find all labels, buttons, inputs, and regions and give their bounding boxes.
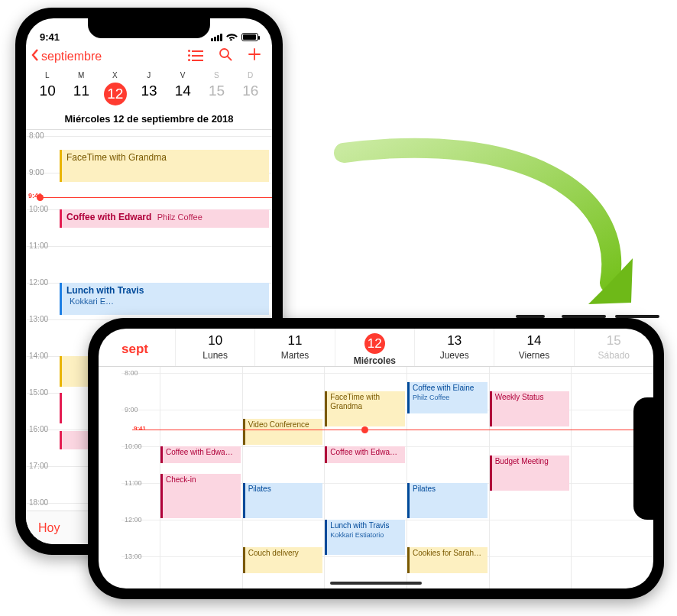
week-day-cell[interactable]: L 10: [31, 71, 64, 105]
event-title: Pilates: [413, 485, 436, 493]
calendar-event[interactable]: FaceTime with Grandma: [60, 150, 269, 182]
day-name: Jueves: [415, 350, 494, 361]
event-title: Couch delivery: [248, 549, 299, 557]
event-location: Philz Coffee: [413, 393, 484, 402]
event-title: FaceTime with Grandma: [330, 393, 380, 410]
hour-label: 11:00: [29, 242, 48, 250]
hour-label: 14:00: [29, 352, 48, 360]
svg-point-0: [220, 49, 228, 57]
week-day-cell[interactable]: X 12: [99, 71, 132, 105]
hour-label: 10:00: [29, 205, 48, 213]
event-title: Pilates: [248, 485, 271, 493]
current-time-label: 9:41: [28, 192, 42, 199]
week-day-number: 10: [31, 83, 64, 99]
calendar-event[interactable]: Lunch with Travis Kokkari E…: [60, 283, 269, 315]
week-day-cell[interactable]: D 16: [234, 71, 267, 105]
week-day-abbr: J: [132, 71, 166, 79]
hour-label: 16:00: [29, 425, 48, 433]
day-number: 14: [494, 333, 573, 349]
week-day-abbr: M: [64, 71, 98, 79]
week-day-column-header[interactable]: 15 Sábado: [574, 329, 653, 366]
calendar-event[interactable]: Coffee with Edwa…: [160, 446, 241, 463]
calendar-event[interactable]: Coffee with Edwa…: [325, 446, 405, 463]
calendar-event[interactable]: Coffee with Edward Philz Coffee: [60, 209, 269, 228]
week-day-abbr: X: [99, 71, 132, 79]
calendar-event[interactable]: Lunch with TravisKokkari Estiatorio: [325, 520, 405, 555]
week-day-column-header[interactable]: 12 Miércoles: [335, 329, 414, 366]
event-title: Check-in: [166, 475, 196, 484]
current-time-label: 9:41: [134, 425, 146, 432]
calendar-event[interactable]: Budget Meeting: [490, 456, 570, 491]
rotation-arrow-icon: [321, 138, 642, 336]
status-time: 9:41: [40, 31, 60, 43]
home-indicator[interactable]: [330, 582, 422, 585]
calendar-event[interactable]: Coffee with ElainePhilz Coffee: [407, 382, 488, 413]
day-name: Lunes: [176, 350, 254, 361]
week-day-number: 14: [166, 83, 199, 99]
phone-landscape-frame: sept 10 Lunes11 Martes12 Miércoles13 Jue…: [88, 318, 664, 599]
event-location: Kokkari E…: [70, 297, 114, 306]
week-day-number: 11: [64, 83, 98, 99]
week-day-cell[interactable]: S 15: [199, 71, 233, 105]
week-day-column-header[interactable]: 11 Martes: [254, 329, 334, 366]
day-name: Sábado: [575, 350, 653, 361]
day-number: 13: [415, 333, 494, 349]
event-title: Lunch with Travis: [330, 521, 389, 530]
week-day-abbr: D: [234, 71, 267, 79]
calendar-event[interactable]: Weekly Status: [490, 391, 570, 426]
event-title: Weekly Status: [495, 393, 544, 401]
event-location: Kokkari Estiatorio: [330, 530, 402, 540]
date-title: Miércoles 12 de septiembre de 2018: [26, 105, 272, 130]
week-day-number: 13: [132, 83, 166, 99]
calendar-event[interactable]: Pilates: [243, 483, 323, 518]
current-time-indicator: 9:41: [132, 430, 653, 430]
day-name: Viernes: [494, 350, 573, 361]
back-button[interactable]: septiembre: [31, 48, 102, 65]
hour-row: 11:00: [26, 246, 272, 247]
svg-line-1: [228, 57, 232, 60]
week-day-cell[interactable]: J 13: [132, 71, 166, 105]
event-title: Coffee with Edwa…: [166, 448, 233, 456]
week-day-column-header[interactable]: 13 Jueves: [414, 329, 494, 366]
event-title: Coffee with Edwa…: [330, 448, 397, 456]
day-name: Martes: [255, 350, 334, 361]
calendar-event[interactable]: Pilates: [407, 483, 488, 518]
week-day-column-header[interactable]: 14 Viernes: [494, 329, 573, 366]
calendar-header: septiembre: [26, 44, 272, 71]
back-label: septiembre: [41, 50, 102, 63]
day-number: 12: [364, 333, 385, 354]
calendar-event[interactable]: Video Conference: [243, 419, 323, 445]
week-day-abbr: V: [166, 71, 199, 79]
cellular-signal-icon: [211, 34, 222, 41]
wifi-icon: [226, 31, 238, 43]
notch: [88, 18, 210, 38]
event-title: Coffee with Elaine: [413, 384, 474, 392]
week-day-row: L 10M 11X 12J 13V 14S 15D 16: [26, 71, 272, 105]
calendar-event[interactable]: Check-in: [160, 474, 241, 518]
plus-icon: [248, 47, 261, 61]
week-day-cell[interactable]: V 14: [166, 71, 199, 105]
week-day-column-header[interactable]: 10 Lunes: [175, 329, 254, 366]
list-view-button[interactable]: [189, 47, 203, 65]
today-button[interactable]: Hoy: [38, 521, 60, 535]
search-button[interactable]: [219, 47, 232, 65]
event-title: Budget Meeting: [495, 457, 549, 465]
event-title: Cookies for Sarah…: [413, 549, 481, 557]
battery-icon: [241, 33, 258, 41]
event-title: Lunch with Travis: [66, 285, 264, 296]
event-title: Video Conference: [248, 420, 309, 429]
landscape-screen: sept 10 Lunes11 Martes12 Miércoles13 Jue…: [99, 329, 653, 588]
day-name: Miércoles: [335, 355, 414, 366]
calendar-event[interactable]: FaceTime with Grandma: [325, 391, 405, 426]
event-title: FaceTime with Grandma: [66, 152, 167, 163]
add-event-button[interactable]: [248, 47, 261, 65]
event-title: Coffee with Edward: [66, 212, 151, 222]
week-grid[interactable]: 8:009:0010:0011:0012:0013:00 Video Confe…: [99, 367, 653, 588]
event-location: Philz Coffee: [157, 212, 202, 222]
week-day-cell[interactable]: M 11: [64, 71, 98, 105]
calendar-event[interactable]: Cookies for Sarah…: [407, 547, 488, 573]
month-button[interactable]: sept: [121, 329, 175, 366]
calendar-event[interactable]: Couch delivery: [243, 547, 323, 573]
week-day-abbr: L: [31, 71, 64, 79]
hour-label: 13:00: [29, 315, 48, 323]
